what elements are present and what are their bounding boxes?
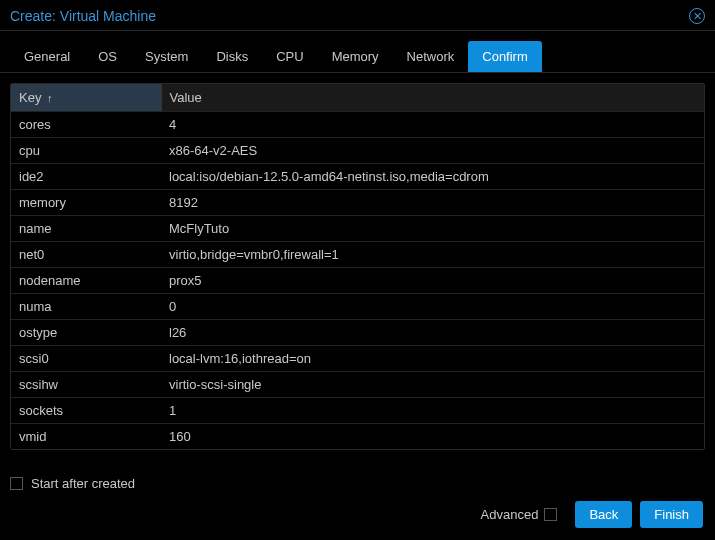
row-value: local-lvm:16,iothread=on (161, 346, 704, 372)
tab-disks[interactable]: Disks (202, 41, 262, 72)
row-value: l26 (161, 320, 704, 346)
create-vm-dialog: Create: Virtual Machine ✕ GeneralOSSyste… (0, 0, 715, 540)
row-key: sockets (11, 398, 161, 424)
table-row[interactable]: ostypel26 (11, 320, 704, 346)
back-button[interactable]: Back (575, 501, 632, 528)
row-value: 4 (161, 112, 704, 138)
row-value: McFlyTuto (161, 216, 704, 242)
options-area: Start after created (0, 468, 715, 491)
row-key: cpu (11, 138, 161, 164)
confirm-panel: Key ↑ Value cores4cpux86-64-v2-AESide2lo… (0, 73, 715, 468)
row-value: local:iso/debian-12.5.0-amd64-netinst.is… (161, 164, 704, 190)
start-after-created-label: Start after created (31, 476, 135, 491)
row-key: ostype (11, 320, 161, 346)
table-row[interactable]: memory8192 (11, 190, 704, 216)
tab-os[interactable]: OS (84, 41, 131, 72)
table-row[interactable]: net0virtio,bridge=vmbr0,firewall=1 (11, 242, 704, 268)
summary-table-wrap: Key ↑ Value cores4cpux86-64-v2-AESide2lo… (10, 83, 705, 450)
tab-memory[interactable]: Memory (318, 41, 393, 72)
advanced-label: Advanced (481, 507, 539, 522)
sort-asc-icon: ↑ (47, 92, 53, 104)
row-key: nodename (11, 268, 161, 294)
table-row[interactable]: ide2local:iso/debian-12.5.0-amd64-netins… (11, 164, 704, 190)
header-key-label: Key (19, 90, 41, 105)
row-value: x86-64-v2-AES (161, 138, 704, 164)
row-key: name (11, 216, 161, 242)
row-value: 0 (161, 294, 704, 320)
table-row[interactable]: cores4 (11, 112, 704, 138)
table-row[interactable]: scsihwvirtio-scsi-single (11, 372, 704, 398)
table-header-row: Key ↑ Value (11, 84, 704, 112)
advanced-checkbox[interactable] (544, 508, 557, 521)
dialog-footer: Advanced Back Finish (0, 491, 715, 540)
row-key: cores (11, 112, 161, 138)
table-row[interactable]: cpux86-64-v2-AES (11, 138, 704, 164)
table-row[interactable]: scsi0local-lvm:16,iothread=on (11, 346, 704, 372)
row-value: virtio,bridge=vmbr0,firewall=1 (161, 242, 704, 268)
row-key: scsihw (11, 372, 161, 398)
row-value: virtio-scsi-single (161, 372, 704, 398)
row-value: prox5 (161, 268, 704, 294)
header-value[interactable]: Value (161, 84, 704, 112)
row-key: ide2 (11, 164, 161, 190)
tab-general[interactable]: General (10, 41, 84, 72)
tab-network[interactable]: Network (393, 41, 469, 72)
dialog-title: Create: Virtual Machine (10, 8, 156, 24)
summary-tbody: cores4cpux86-64-v2-AESide2local:iso/debi… (11, 112, 704, 450)
advanced-toggle[interactable]: Advanced (481, 507, 558, 522)
row-key: net0 (11, 242, 161, 268)
tab-confirm[interactable]: Confirm (468, 41, 542, 72)
header-key[interactable]: Key ↑ (11, 84, 161, 112)
row-key: numa (11, 294, 161, 320)
table-row[interactable]: nodenameprox5 (11, 268, 704, 294)
row-value: 1 (161, 398, 704, 424)
tab-system[interactable]: System (131, 41, 202, 72)
finish-button[interactable]: Finish (640, 501, 703, 528)
row-key: scsi0 (11, 346, 161, 372)
row-value: 8192 (161, 190, 704, 216)
table-row[interactable]: vmid160 (11, 424, 704, 450)
close-icon[interactable]: ✕ (689, 8, 705, 24)
wizard-tabs: GeneralOSSystemDisksCPUMemoryNetworkConf… (0, 31, 715, 73)
start-after-created-checkbox[interactable] (10, 477, 23, 490)
start-after-created-row[interactable]: Start after created (10, 476, 705, 491)
table-row[interactable]: numa0 (11, 294, 704, 320)
row-key: memory (11, 190, 161, 216)
dialog-header: Create: Virtual Machine ✕ (0, 0, 715, 31)
summary-table: Key ↑ Value cores4cpux86-64-v2-AESide2lo… (11, 84, 704, 449)
table-row[interactable]: nameMcFlyTuto (11, 216, 704, 242)
row-value: 160 (161, 424, 704, 450)
row-key: vmid (11, 424, 161, 450)
table-row[interactable]: sockets1 (11, 398, 704, 424)
header-value-label: Value (170, 90, 202, 105)
tab-cpu[interactable]: CPU (262, 41, 317, 72)
